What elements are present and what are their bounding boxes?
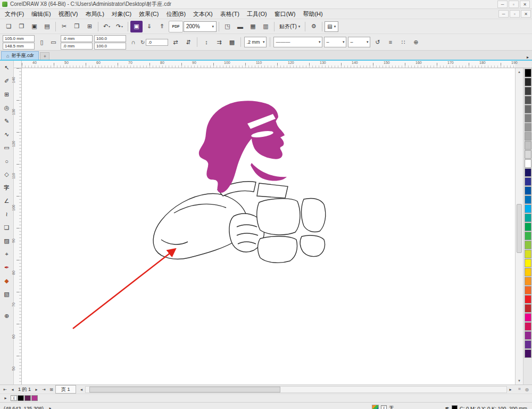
torso-plate-chest[interactable] xyxy=(257,199,300,235)
ruler-origin-button[interactable] xyxy=(14,61,22,68)
add-preset-button[interactable]: ⊕ xyxy=(410,37,421,48)
snap-to-menu[interactable]: 贴齐(T)▾ xyxy=(277,21,303,32)
show-guidelines-button[interactable]: ▥ xyxy=(260,21,272,32)
object-scale-field[interactable]: 100.0 xyxy=(94,43,126,50)
palette-swatch[interactable] xyxy=(525,250,531,258)
torso-plate-bottom-right[interactable] xyxy=(300,235,325,257)
dimension-tool[interactable]: ∠ xyxy=(1,195,13,207)
export-button[interactable]: ⇑ xyxy=(156,21,168,32)
torso-plate-bottom[interactable] xyxy=(258,236,297,263)
document-palette-swatch[interactable] xyxy=(31,395,38,401)
fullscreen-preview-button[interactable]: ◳ xyxy=(221,21,234,32)
options-button[interactable]: ⚙ xyxy=(307,21,320,32)
document-palette-no-color[interactable]: ╳ xyxy=(11,395,17,401)
new-document-button[interactable]: ❏ xyxy=(3,21,15,32)
palette-swatch[interactable] xyxy=(525,331,531,340)
palette-swatch[interactable] xyxy=(525,177,531,186)
palette-swatch[interactable] xyxy=(525,168,531,177)
palette-swatch[interactable] xyxy=(525,87,531,95)
copy-button[interactable]: ❒ xyxy=(71,21,83,32)
polygon-tool[interactable]: ◇ xyxy=(1,168,13,181)
outline-pen-tool[interactable]: ✒ xyxy=(1,261,13,274)
palette-swatch[interactable] xyxy=(525,223,531,231)
palette-swatch[interactable] xyxy=(525,268,531,276)
palette-swatch[interactable] xyxy=(525,150,531,159)
red-arrow-line[interactable] xyxy=(73,249,175,329)
rotation-angle-field-value[interactable]: .0 xyxy=(146,39,168,46)
page-orientation-toggle[interactable]: ▯▭ xyxy=(36,37,59,48)
zoom-tool[interactable]: ◎ xyxy=(1,102,13,114)
palette-swatch[interactable] xyxy=(525,123,531,132)
ellipse-tool[interactable]: ○ xyxy=(1,155,13,167)
palette-swatch[interactable] xyxy=(525,69,531,77)
nudge-offset-button[interactable]: ↕ xyxy=(201,37,212,48)
dynamic-guides-button[interactable]: ∷ xyxy=(397,37,409,48)
menu-item[interactable]: 布局(L) xyxy=(81,9,107,19)
scroll-down-button[interactable]: ▼ xyxy=(516,377,523,385)
scale-lock-button[interactable]: ∩ xyxy=(128,37,139,48)
scroll-right-button[interactable]: ▸ xyxy=(507,386,514,393)
torso-plate-top[interactable] xyxy=(257,183,288,198)
palette-swatch[interactable] xyxy=(525,105,531,113)
page-size-field[interactable]: 105.0 mm xyxy=(3,35,35,42)
menu-item[interactable]: 效果(C) xyxy=(135,9,162,19)
add-tool-button[interactable]: ⊕ xyxy=(1,310,13,322)
palette-swatch[interactable] xyxy=(525,232,531,240)
interactive-fill-tool[interactable]: ▧ xyxy=(1,288,13,300)
object-scale[interactable]: 100.0100.0 xyxy=(94,35,126,50)
search-content-button[interactable]: ▣ xyxy=(130,21,143,32)
page-size[interactable]: 105.0 mm148.5 mm xyxy=(3,35,35,50)
palette-swatch[interactable] xyxy=(525,286,531,295)
head-group[interactable] xyxy=(199,101,287,193)
print-button[interactable]: ▤ xyxy=(41,21,53,32)
publish-pdf-button[interactable]: PDF xyxy=(169,21,183,32)
page-size-field[interactable]: 148.5 mm xyxy=(3,43,35,50)
palette-swatch[interactable] xyxy=(525,295,531,304)
palette-swatch[interactable] xyxy=(525,259,531,267)
open-button[interactable]: ❐ xyxy=(15,21,28,32)
launcher-select[interactable]: ▤▾ xyxy=(325,21,338,32)
page-orientation-toggle-icon[interactable]: ▯ xyxy=(36,37,47,48)
vertical-scrollbar[interactable]: ▲ ▼ xyxy=(515,68,523,385)
scroll-left-button[interactable]: ◂ xyxy=(78,386,85,393)
palette-swatch[interactable] xyxy=(525,304,531,313)
red-arrow-annotation[interactable] xyxy=(73,249,175,329)
palette-swatch[interactable] xyxy=(525,277,531,285)
horizontal-scroll-track[interactable] xyxy=(85,386,507,393)
rectangle-tool[interactable]: ▭ xyxy=(1,142,13,154)
navigator-button[interactable]: ⌗ xyxy=(516,386,523,393)
palette-swatch[interactable] xyxy=(525,349,531,358)
palette-swatch[interactable] xyxy=(525,204,531,213)
vertical-scroll-thumb[interactable] xyxy=(517,204,522,253)
align-distribute-button[interactable]: ≡ xyxy=(385,37,396,48)
body-outline-group[interactable] xyxy=(153,182,326,263)
menu-item[interactable]: 窗口(W) xyxy=(271,9,300,19)
mirror-vertical-button[interactable]: ⇵ xyxy=(182,37,194,48)
object-position[interactable]: .0 mm.0 mm xyxy=(61,35,93,50)
drawing-artwork[interactable] xyxy=(22,68,515,385)
new-tab-button[interactable]: + xyxy=(40,52,49,60)
menu-item[interactable]: 视图(V) xyxy=(55,9,82,19)
menu-item[interactable]: 文件(F) xyxy=(1,9,28,19)
document-minimize-button[interactable]: ─ xyxy=(498,10,509,18)
statusbar-expand-button[interactable]: ▸ xyxy=(47,405,54,409)
close-button[interactable]: ✕ xyxy=(520,1,530,8)
show-grid-button[interactable]: ▦ xyxy=(247,21,259,32)
fill-none-swatch[interactable]: ╳ xyxy=(381,405,387,409)
mirror-horizontal-button[interactable]: ⇄ xyxy=(170,37,181,48)
palette-swatch[interactable] xyxy=(525,114,531,122)
palette-swatch[interactable] xyxy=(525,241,531,249)
palette-swatch[interactable] xyxy=(525,340,531,349)
object-scale-field[interactable]: 100.0 xyxy=(94,35,126,42)
transparency-tool[interactable]: ▨ xyxy=(1,235,13,247)
paste-button[interactable]: ⊞ xyxy=(84,21,96,32)
drop-shadow-tool[interactable]: ❏ xyxy=(1,222,13,234)
torso-plate-right[interactable] xyxy=(302,198,326,232)
palette-swatch[interactable] xyxy=(525,214,531,222)
palette-swatch[interactable] xyxy=(525,96,531,104)
palette-swatch[interactable] xyxy=(525,322,531,331)
artistic-media-tool[interactable]: ∿ xyxy=(1,128,13,141)
palette-swatch[interactable] xyxy=(525,159,531,168)
palette-swatch[interactable] xyxy=(525,186,531,195)
next-page-button[interactable]: ▸ xyxy=(33,386,40,393)
